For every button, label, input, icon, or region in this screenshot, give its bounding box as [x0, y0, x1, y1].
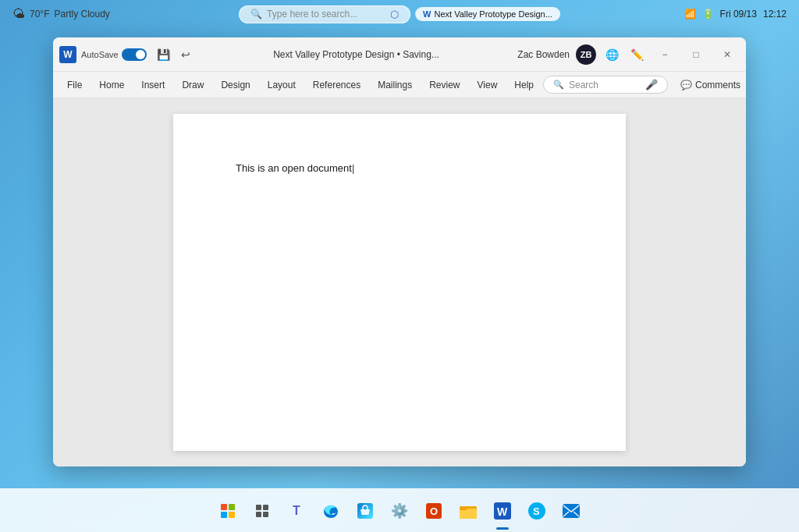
- menu-view[interactable]: View: [470, 76, 506, 94]
- autosave-label: AutoSave: [81, 50, 119, 59]
- word-title-bar: W AutoSave 💾 ↩ Next Valley Prototype Des…: [53, 37, 746, 72]
- system-search-bar[interactable]: 🔍 Type here to search... ⬡: [239, 5, 410, 23]
- start-button[interactable]: [212, 495, 243, 527]
- minimize-button[interactable]: −: [652, 44, 677, 66]
- ribbon-search-icon: 🔍: [553, 80, 564, 90]
- undo-icon[interactable]: ↩: [176, 45, 195, 64]
- menu-home[interactable]: Home: [91, 76, 132, 94]
- close-button[interactable]: ✕: [715, 44, 740, 66]
- svg-text:W: W: [497, 505, 508, 518]
- quick-access-toolbar: 💾 ↩: [154, 45, 195, 64]
- active-app-word-icon: W: [423, 9, 431, 19]
- weather-icon: 🌤: [12, 7, 25, 21]
- title-bar-right: Zac Bowden ZB 🌐 ✏️ − □ ✕: [517, 44, 740, 66]
- menu-bar-right: 🔍 Search 🎤 💬 Comments ✏️ Editing ▾ ↑ Sha…: [543, 76, 746, 94]
- file-explorer-icon: [460, 503, 477, 519]
- word-taskbar-icon: W: [494, 502, 511, 520]
- word-taskbar-button[interactable]: W: [487, 495, 518, 527]
- system-tray: 📶 🔋 Fri 09/13 12:12: [684, 9, 787, 20]
- menu-draw[interactable]: Draw: [174, 76, 211, 94]
- save-icon[interactable]: 💾: [154, 45, 173, 64]
- word-logo: W: [59, 46, 76, 63]
- svg-rect-1: [263, 505, 268, 510]
- comment-icon: 💬: [680, 80, 692, 90]
- edge-button[interactable]: [315, 495, 346, 527]
- office-button[interactable]: O: [418, 495, 449, 527]
- battery-icon: 🔋: [702, 9, 714, 20]
- svg-rect-15: [563, 504, 580, 518]
- weather-description: Partly Cloudy: [54, 9, 109, 20]
- mail-button[interactable]: [556, 495, 587, 527]
- svg-text:O: O: [430, 505, 438, 517]
- document-area[interactable]: This is an open document: [53, 98, 746, 466]
- wifi-icon: 📶: [684, 9, 696, 20]
- menu-design[interactable]: Design: [213, 76, 257, 94]
- system-topbar: 🌤 70°F Partly Cloudy 🔍 Type here to sear…: [0, 0, 799, 28]
- teams-icon: T: [293, 504, 300, 518]
- search-icon: 🔍: [250, 9, 262, 20]
- document-content: This is an open document: [236, 162, 354, 174]
- time-display: 12:12: [763, 9, 787, 20]
- draw-icon[interactable]: ✏️: [627, 45, 646, 64]
- svg-rect-2: [256, 512, 261, 517]
- office-icon: O: [426, 503, 442, 519]
- taskview-button[interactable]: [247, 495, 278, 527]
- menu-references[interactable]: References: [305, 76, 368, 94]
- store-icon: [357, 503, 373, 519]
- svg-rect-0: [256, 505, 261, 510]
- menu-help[interactable]: Help: [506, 76, 542, 94]
- teams-icon-small: ⬡: [390, 9, 399, 20]
- edge-icon: [322, 502, 339, 520]
- taskbar: T ⚙️ O: [0, 488, 799, 532]
- skype-icon: S: [528, 502, 545, 520]
- settings-button[interactable]: ⚙️: [384, 495, 415, 527]
- comments-button[interactable]: 💬 Comments: [673, 76, 746, 94]
- svg-rect-3: [263, 512, 268, 517]
- topbar-center: 🔍 Type here to search... ⬡ W Next Valley…: [239, 5, 560, 23]
- menu-mailings[interactable]: Mailings: [370, 76, 420, 94]
- word-window: W AutoSave 💾 ↩ Next Valley Prototype Des…: [53, 37, 746, 466]
- menu-file[interactable]: File: [59, 76, 90, 94]
- svg-text:S: S: [533, 505, 540, 517]
- skype-button[interactable]: S: [521, 495, 552, 527]
- document-page[interactable]: This is an open document: [173, 114, 626, 451]
- weather-group: 🌤 70°F Partly Cloudy: [12, 7, 110, 21]
- maximize-button[interactable]: □: [684, 44, 708, 66]
- user-name: Zac Bowden: [517, 49, 570, 60]
- date-display: Fri 09/13: [720, 9, 757, 20]
- taskbar-icons: T ⚙️ O: [212, 495, 587, 527]
- user-avatar[interactable]: ZB: [576, 44, 596, 65]
- mail-icon: [563, 504, 580, 518]
- file-explorer-button[interactable]: [453, 495, 484, 527]
- taskview-icon: [255, 504, 269, 518]
- autosave-toggle[interactable]: [122, 48, 147, 61]
- windows-logo: [221, 504, 235, 518]
- autosave-group: AutoSave: [81, 48, 147, 61]
- active-app-indicator[interactable]: W Next Valley Prototype Design...: [415, 7, 560, 21]
- document-title: Next Valley Prototype Design • Saving...: [200, 49, 513, 60]
- active-app-name: Next Valley Prototype Design...: [434, 9, 552, 19]
- ribbon-search-placeholder: Search: [569, 80, 598, 90]
- menu-insert[interactable]: Insert: [133, 76, 172, 94]
- menu-layout[interactable]: Layout: [260, 76, 304, 94]
- svg-rect-10: [460, 506, 467, 510]
- teams-button[interactable]: T: [281, 495, 312, 527]
- menu-review[interactable]: Review: [421, 76, 467, 94]
- settings-icon: ⚙️: [391, 502, 408, 520]
- search-placeholder-text: Type here to search...: [267, 9, 357, 20]
- temperature: 70°F: [30, 9, 49, 20]
- microphone-icon[interactable]: 🎤: [645, 79, 658, 90]
- store-button[interactable]: [350, 495, 381, 527]
- world-icon[interactable]: 🌐: [602, 45, 621, 64]
- word-menu-bar: File Home Insert Draw Design Layout Refe…: [53, 72, 746, 98]
- ribbon-search[interactable]: 🔍 Search 🎤: [543, 76, 668, 94]
- comments-label: Comments: [695, 80, 740, 90]
